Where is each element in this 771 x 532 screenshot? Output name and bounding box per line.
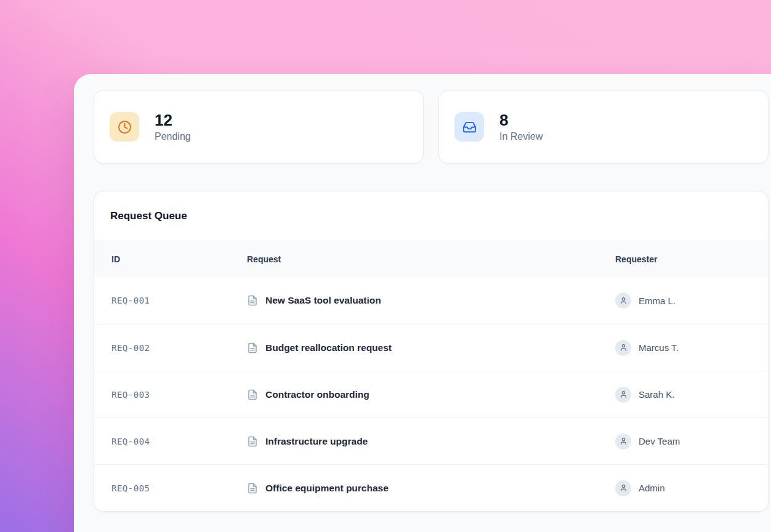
user-avatar <box>615 433 631 449</box>
table-row[interactable]: REQ-004 Infrastructure upgrade Dev Team <box>94 417 768 464</box>
file-text-icon <box>247 295 258 306</box>
request-id: REQ-003 <box>94 390 247 400</box>
requester-name: Dev Team <box>639 436 680 446</box>
column-header-requester: Requester <box>615 254 768 264</box>
app-panel: 12 Pending 8 In Review Request Queue ID … <box>74 74 771 532</box>
clock-icon <box>110 112 139 142</box>
request-title: Contractor onboarding <box>265 389 369 400</box>
request-title: Office equipment purchase <box>265 483 389 494</box>
requester-name: Admin <box>639 483 665 493</box>
user-avatar <box>615 340 631 356</box>
table-row[interactable]: REQ-005 Office equipment purchase Admin <box>94 464 768 511</box>
table-row[interactable]: REQ-003 Contractor onboarding Sarah K. <box>94 371 768 417</box>
request-id: REQ-002 <box>94 343 247 353</box>
requester-name: Marcus T. <box>639 342 679 353</box>
request-id: REQ-005 <box>94 483 247 493</box>
pending-label: Pending <box>155 131 191 142</box>
request-title: Budget reallocation request <box>265 342 392 353</box>
request-title: Infrastructure upgrade <box>265 436 368 447</box>
request-id: REQ-004 <box>94 437 247 446</box>
file-text-icon <box>247 342 258 353</box>
file-text-icon <box>247 483 258 494</box>
request-id: REQ-001 <box>94 296 247 305</box>
pending-count: 12 <box>155 111 191 130</box>
inbox-icon <box>454 112 484 142</box>
column-header-request: Request <box>247 254 615 264</box>
stat-card-in-review: 8 In Review <box>438 90 769 164</box>
table-row[interactable]: REQ-001 New SaaS tool evaluation Emma L. <box>94 277 768 324</box>
file-text-icon <box>247 389 258 400</box>
in-review-count: 8 <box>499 111 543 130</box>
file-text-icon <box>247 436 258 447</box>
request-queue-title: Request Queue <box>94 191 768 241</box>
requester-name: Emma L. <box>639 296 676 306</box>
table-body: REQ-001 New SaaS tool evaluation Emma L. <box>94 277 768 511</box>
in-review-label: In Review <box>499 131 543 142</box>
stat-card-pending: 12 Pending <box>94 90 424 164</box>
column-header-id: ID <box>94 254 247 264</box>
user-avatar <box>615 387 631 403</box>
user-avatar <box>615 292 631 308</box>
request-title: New SaaS tool evaluation <box>265 295 381 306</box>
table-row[interactable]: REQ-002 Budget reallocation request Marc… <box>94 324 768 371</box>
user-avatar <box>615 480 631 496</box>
requester-name: Sarah K. <box>639 389 674 400</box>
stats-row: 12 Pending 8 In Review <box>94 90 769 164</box>
request-queue-card: Request Queue ID Request Requester REQ-0… <box>94 191 769 512</box>
table-header-row: ID Request Requester <box>94 241 768 277</box>
